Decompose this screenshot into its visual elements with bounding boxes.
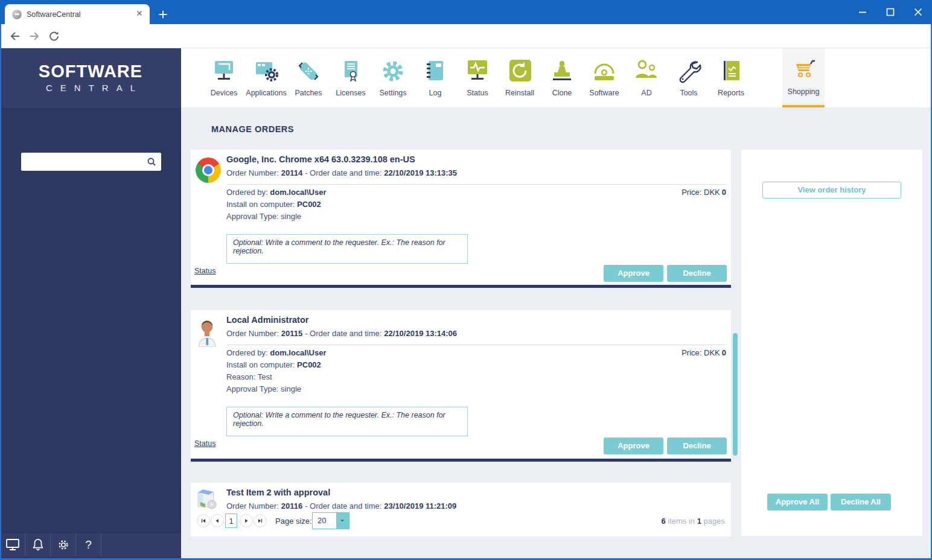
- shopping-cart-icon: [790, 58, 817, 84]
- order-title: Test Item 2 with approval: [226, 488, 330, 497]
- logo-text-bottom: CENTRAL: [0, 83, 181, 93]
- tab-close-icon[interactable]: [135, 9, 144, 20]
- sidebar-search-box: [21, 153, 161, 171]
- search-icon[interactable]: [147, 157, 161, 167]
- view-order-history-button[interactable]: View order history: [762, 182, 901, 199]
- prev-page-button[interactable]: [211, 514, 224, 527]
- title-bar: SoftwareCentral: [0, 0, 932, 24]
- nav-item-devices[interactable]: Devices: [203, 48, 245, 107]
- ordered-by-line: Ordered by: dom.local\User: [226, 188, 326, 197]
- nav-label: Tools: [680, 89, 697, 97]
- install-on-line: Install on computer: PC002: [226, 360, 321, 369]
- order-card: Google, Inc. Chrome x64 63.0.3239.108 en…: [191, 150, 731, 288]
- reload-icon[interactable]: [48, 30, 60, 42]
- nav-label: Log: [429, 89, 442, 97]
- nav-item-licenses[interactable]: Licenses: [330, 48, 372, 107]
- nav-label: Clone: [552, 89, 572, 97]
- order-title: Google, Inc. Chrome x64 63.0.3239.108 en…: [226, 154, 415, 164]
- items-summary: 6 items in 1 pages: [661, 517, 725, 526]
- nav-label: Licenses: [336, 89, 365, 97]
- new-tab-button[interactable]: [156, 7, 170, 22]
- order-subtitle: Order Number:20116- Order date and time:…: [226, 501, 459, 510]
- nav-item-ad[interactable]: AD: [625, 48, 668, 107]
- tab-title: SoftwareCentral: [27, 10, 135, 19]
- nav-item-software[interactable]: Software: [583, 48, 625, 107]
- back-icon[interactable]: [8, 30, 21, 42]
- window-edge: [0, 24, 1, 560]
- nav-item-status[interactable]: Status: [456, 48, 499, 107]
- status-link[interactable]: Status: [194, 439, 215, 448]
- nav-item-reinstall[interactable]: Reinstall: [499, 48, 541, 107]
- approval-type-line: Approval Type: single: [226, 212, 301, 221]
- nav-label: Settings: [379, 89, 406, 97]
- page-size-value: 20: [313, 513, 336, 529]
- settings-gear-icon[interactable]: [51, 533, 76, 556]
- last-page-button[interactable]: [254, 514, 267, 527]
- nav-label: Software: [589, 89, 619, 97]
- nav-label: AD: [641, 89, 651, 97]
- nav-item-shopping[interactable]: Shopping: [782, 48, 825, 107]
- approval-type-line: Approval Type: single: [226, 384, 301, 393]
- software-disc-icon: [591, 59, 618, 86]
- close-button[interactable]: [904, 0, 932, 24]
- page-size-select[interactable]: 20: [312, 512, 350, 529]
- nav-item-applications[interactable]: Applications: [245, 48, 287, 107]
- browser-tab[interactable]: SoftwareCentral: [5, 4, 150, 24]
- next-page-button[interactable]: [240, 514, 253, 527]
- page-size-label: Page size:: [275, 517, 312, 526]
- minimize-button[interactable]: [849, 0, 876, 24]
- nav-item-clone[interactable]: Clone: [541, 48, 583, 107]
- nav-label: Applications: [246, 89, 286, 97]
- comment-input[interactable]: [226, 234, 468, 264]
- sidebar: SOFTWARE CENTRAL ?: [0, 48, 181, 560]
- browser-toolbar: softwarecentral/ManageOrders: [0, 24, 932, 48]
- reason-line: Reason: Test: [226, 372, 272, 381]
- reinstall-refresh-icon: [506, 59, 533, 86]
- decline-all-button[interactable]: Decline All: [831, 494, 891, 511]
- status-link[interactable]: Status: [194, 267, 215, 275]
- page-title: MANAGE ORDERS: [211, 124, 294, 134]
- top-navigation: Devices Applications Patches Licenses Se…: [181, 48, 932, 107]
- nav-label: Shopping: [788, 88, 820, 96]
- order-actions-panel: View order history Approve All Decline A…: [741, 150, 922, 536]
- scrollbar-thumb[interactable]: [733, 333, 738, 456]
- decline-button[interactable]: Decline: [667, 265, 727, 282]
- order-card: Test Item 2 with approval Order Number:2…: [191, 483, 731, 510]
- comment-input[interactable]: [226, 407, 468, 436]
- applications-window-gear-icon: [253, 59, 279, 86]
- ad-users-icon: [633, 59, 660, 86]
- approve-button[interactable]: Approve: [604, 438, 663, 454]
- tools-wrench-icon: [675, 59, 702, 86]
- first-page-button[interactable]: [197, 514, 210, 527]
- order-title: Local Administrator: [226, 315, 308, 325]
- divider: [226, 345, 726, 345]
- decline-button[interactable]: Decline: [667, 438, 727, 454]
- nav-item-reports[interactable]: Reports: [710, 48, 752, 107]
- approve-all-button[interactable]: Approve All: [767, 494, 828, 511]
- nav-item-settings[interactable]: Settings: [372, 48, 414, 107]
- user-avatar-icon: [196, 318, 222, 346]
- notifications-bell-icon[interactable]: [25, 533, 51, 556]
- install-on-line: Install on computer: PC002: [226, 200, 321, 209]
- price-line: Price: DKK0: [681, 188, 726, 197]
- site-favicon-icon: [12, 10, 22, 19]
- devices-footer-icon[interactable]: [0, 533, 25, 556]
- order-card: Local Administrator Order Number:20115- …: [191, 310, 731, 462]
- sidebar-search-input[interactable]: [21, 154, 147, 170]
- nav-item-log[interactable]: Log: [414, 48, 456, 107]
- current-page[interactable]: 1: [225, 514, 237, 528]
- chrome-logo-icon: [196, 158, 222, 185]
- help-icon[interactable]: ?: [76, 533, 101, 556]
- forward-icon[interactable]: [29, 30, 41, 42]
- nav-label: Reports: [718, 89, 744, 97]
- nav-item-patches[interactable]: Patches: [287, 48, 330, 107]
- approve-button[interactable]: Approve: [604, 265, 663, 282]
- order-number-value: 20114: [281, 168, 302, 177]
- nav-item-tools[interactable]: Tools: [668, 48, 710, 107]
- order-date-value: 22/10/2019 13:13:35: [384, 168, 457, 177]
- reports-chart-icon: [718, 59, 744, 86]
- maximize-button[interactable]: [876, 0, 904, 24]
- clone-stamp-icon: [549, 59, 575, 86]
- order-date-label: - Order date and time:: [305, 168, 381, 177]
- licenses-certificate-icon: [337, 59, 364, 86]
